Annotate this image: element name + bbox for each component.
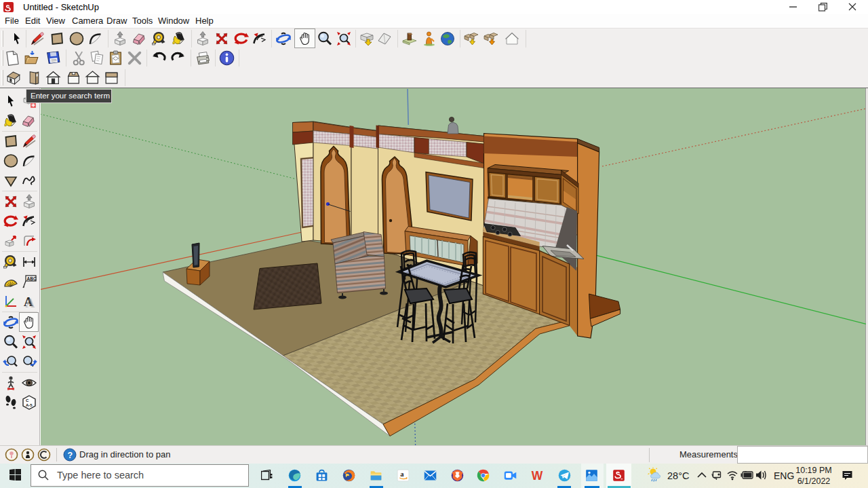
svg-text:?: ?: [67, 451, 73, 460]
svg-text:a: a: [400, 470, 404, 478]
svg-text:W: W: [532, 469, 543, 483]
